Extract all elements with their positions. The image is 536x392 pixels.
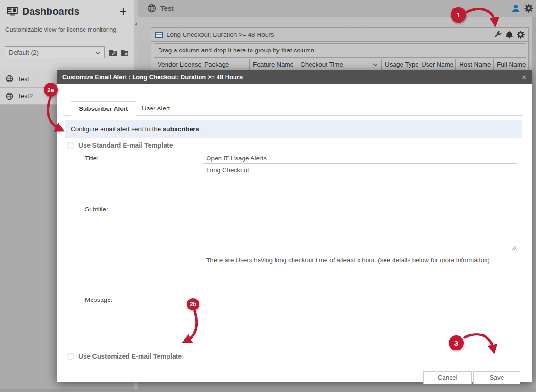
sidebar-item-label: Test [17,75,29,83]
title-field-label: Title: [85,155,99,162]
app-window: Dashboards + Customizable view for licen… [0,0,536,392]
column-header-full-name[interactable]: Full Name [494,59,526,70]
radio-label: Use Customized E-mail Template [78,352,182,360]
radio-button-icon[interactable] [67,353,74,360]
info-text: Configure email alert sent to the [71,125,163,133]
folder-icon[interactable] [120,49,129,56]
use-customized-template-radio[interactable]: Use Customized E-mail Template [67,352,182,360]
close-icon[interactable]: × [522,74,526,81]
vertical-scrollbar[interactable] [532,17,536,392]
column-header-package[interactable]: Package [201,59,250,70]
message-textarea[interactable]: There are Users having long checkout tim… [203,255,517,342]
sidebar-header: Dashboards + Customizable view for licen… [0,0,134,70]
info-text-suffix: . [199,125,201,133]
widget-gear-icon[interactable] [517,31,525,39]
main-header: Test [138,0,536,17]
dialog-title: Customize Email Alert : Long Checkout: D… [62,74,243,81]
sidebar-title: Dashboards [22,6,79,17]
customize-wrench-icon[interactable] [494,30,502,39]
settings-gear-icon[interactable] [524,4,533,13]
subtitle-textarea[interactable]: Long Checkout [203,165,517,250]
dashboard-group-select[interactable]: Default (2) [5,46,105,58]
sidebar-description: Customizable view for license monitoring… [0,21,134,33]
group-by-drop-zone[interactable]: Drag a column and drop it here to group … [154,43,526,58]
table-icon [155,32,163,38]
dashboards-icon [7,7,18,16]
chevron-down-icon [95,49,100,56]
radio-label: Use Standard E-mail Template [78,142,173,149]
tab-user-alert[interactable]: User Alert [134,101,177,116]
tab-subscriber-alert[interactable]: Subscriber Alert [71,101,136,116]
use-standard-template-radio[interactable]: Use Standard E-mail Template [67,142,173,149]
subtitle-field-label: Subtitle: [85,206,108,213]
alert-bell-icon[interactable] [505,31,513,39]
dialog-body: Subscriber Alert User Alert Configure em… [57,84,532,382]
column-header-label: Checkout Time [301,59,343,70]
column-header-user-name[interactable]: User Name [418,59,456,70]
user-icon[interactable] [511,4,520,13]
cancel-button[interactable]: Cancel [423,371,472,384]
widget-header: Long Checkout: Duration >= 48 Hours [151,28,528,42]
radio-button-icon[interactable] [67,142,74,149]
save-button[interactable]: Save [473,371,520,384]
globe-icon [6,75,13,83]
table-header-row: Vendor License Package Feature Name Chec… [154,59,526,70]
edit-folder-icon[interactable] [109,49,117,56]
globe-icon [147,4,156,13]
collapse-sidebar-icon[interactable] [135,22,137,26]
customize-email-alert-dialog: Customize Email Alert : Long Checkout: D… [57,70,532,382]
column-header-feature-name[interactable]: Feature Name [250,59,297,70]
message-field-label: Message: [85,296,113,303]
title-input[interactable] [203,153,517,164]
info-banner: Configure email alert sent to the subscr… [65,120,522,138]
chevron-down-icon[interactable] [373,59,378,70]
column-header-usage-type[interactable]: Usage Type [382,59,418,70]
column-header-host-name[interactable]: Host Name [456,59,494,70]
sidebar-item-label: Test2 [17,92,33,100]
column-header-vendor-license[interactable]: Vendor License [154,59,201,70]
column-header-checkout-time[interactable]: Checkout Time [297,59,382,70]
window-bottom-edge [0,389,536,392]
dashboard-group-value: Default (2) [9,49,39,56]
widget-title: Long Checkout: Duration >= 48 Hours [167,31,274,38]
globe-icon [6,92,13,100]
page-title: Test [160,4,174,12]
dialog-titlebar: Customize Email Alert : Long Checkout: D… [57,70,532,84]
add-dashboard-button[interactable]: + [119,6,127,17]
info-text-bold: subscribers [163,125,199,133]
